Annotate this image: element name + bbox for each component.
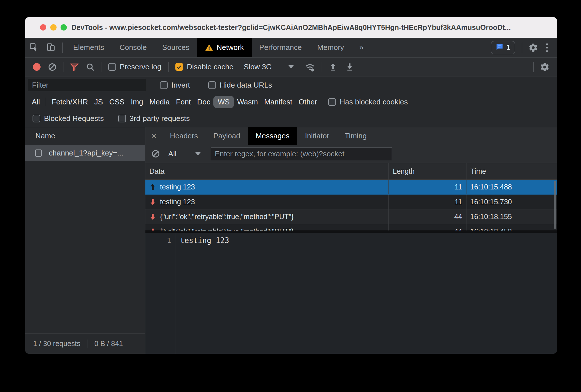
requests-count: 1 / 30 requests	[33, 340, 80, 348]
tab-memory[interactable]: Memory	[309, 38, 352, 57]
invert-checkbox[interactable]	[160, 81, 168, 89]
record-button[interactable]	[33, 63, 41, 71]
preserve-log-toggle[interactable]: Preserve log	[108, 62, 161, 71]
filter-chip-other[interactable]: Other	[295, 96, 320, 108]
invert-toggle[interactable]: Invert	[160, 81, 190, 90]
filter-chip-all[interactable]: All	[29, 96, 43, 108]
network-settings-gear-icon[interactable]	[536, 62, 553, 72]
disable-cache-checkbox[interactable]	[175, 63, 183, 71]
device-toolbar-icon	[46, 43, 55, 53]
filter-row: Invert Hide data URLs	[25, 76, 557, 94]
message-row[interactable]: {"url":"ok","retryable":true,"method":"P…	[145, 209, 557, 224]
messages-scrollbar[interactable]	[554, 181, 556, 229]
filter-input[interactable]	[28, 79, 146, 91]
issues-button[interactable]: 1	[491, 41, 515, 54]
tab-label: Performance	[259, 43, 302, 52]
col-header-time[interactable]: Time	[466, 163, 557, 179]
separator	[522, 43, 522, 53]
tab-network[interactable]: Network	[197, 38, 251, 57]
chevron-down-icon	[195, 152, 201, 155]
close-window-button[interactable]	[40, 24, 46, 31]
message-row[interactable]: testing 123 11 16:10:15.730	[145, 195, 557, 209]
disable-cache-label: Disable cache	[187, 62, 233, 71]
message-preview-content[interactable]: testing 123	[175, 233, 229, 354]
separator	[46, 98, 46, 106]
network-conditions-icon[interactable]	[301, 62, 319, 72]
tab-sources[interactable]: Sources	[155, 38, 197, 57]
tab-initiator[interactable]: Initiator	[297, 127, 337, 145]
blocked-requests-label: Blocked Requests	[44, 114, 104, 123]
toggle-device-toolbar-button[interactable]	[42, 38, 59, 57]
third-party-toggle[interactable]: 3rd-party requests	[118, 114, 190, 123]
request-row-selected[interactable]: channel_1?api_key=...	[25, 145, 145, 161]
message-row[interactable]: testing 123 11 16:10:15.488	[145, 180, 557, 195]
filter-chip-manifest[interactable]: Manifest	[261, 96, 295, 108]
tab-elements[interactable]: Elements	[65, 38, 112, 57]
hide-data-urls-checkbox[interactable]	[208, 81, 216, 89]
tab-console[interactable]: Console	[112, 38, 154, 57]
minimize-window-button[interactable]	[50, 24, 57, 31]
warning-icon	[205, 43, 213, 52]
kebab-menu-icon[interactable]	[542, 43, 552, 52]
message-preview-pane: 1 testing 123	[145, 233, 557, 354]
settings-gear-icon[interactable]	[525, 43, 542, 52]
import-har-icon[interactable]	[325, 62, 341, 72]
search-icon[interactable]	[82, 62, 98, 72]
separator	[62, 43, 63, 53]
filter-chip-fetchxhr[interactable]: Fetch/XHR	[49, 96, 91, 108]
inspect-element-button[interactable]	[25, 38, 42, 57]
tab-messages[interactable]: Messages	[248, 127, 297, 145]
tab-timing[interactable]: Timing	[337, 127, 374, 145]
horizontal-splitter[interactable]	[145, 231, 557, 233]
third-party-checkbox[interactable]	[118, 115, 126, 122]
preserve-log-checkbox[interactable]	[108, 63, 116, 71]
col-header-length[interactable]: Length	[388, 163, 466, 179]
col-header-data[interactable]: Data	[145, 163, 388, 179]
close-detail-button[interactable]: ×	[145, 127, 162, 145]
arrow-down-received-icon	[149, 228, 157, 231]
filter-chip-font[interactable]: Font	[173, 96, 194, 108]
throttling-dropdown[interactable]: Slow 3G	[244, 62, 293, 71]
filter-chip-doc[interactable]: Doc	[194, 96, 213, 108]
message-filter-dropdown[interactable]: All	[168, 149, 177, 158]
tab-label: Messages	[256, 132, 290, 140]
export-har-icon[interactable]	[341, 62, 358, 72]
filter-chip-media[interactable]: Media	[146, 96, 173, 108]
clear-network-log-icon[interactable]	[44, 62, 60, 72]
separator	[63, 62, 63, 72]
filter-chip-js[interactable]: JS	[91, 96, 106, 108]
filter-chip-ws[interactable]: WS	[213, 96, 234, 108]
message-row-clipped[interactable]: {"url":"ok","retryable":true,"method":"P…	[145, 224, 557, 231]
zoom-window-button[interactable]	[61, 24, 67, 31]
tab-payload[interactable]: Payload	[206, 127, 248, 145]
message-length: 44	[388, 224, 466, 231]
network-toolbar: Preserve log Disable cache Slow 3G	[25, 58, 557, 76]
message-time: 16:10:18.155	[466, 209, 557, 224]
tab-performance[interactable]: Performance	[252, 38, 310, 57]
tab-headers[interactable]: Headers	[162, 127, 206, 145]
has-blocked-cookies-checkbox[interactable]	[328, 98, 336, 106]
filter-funnel-icon[interactable]	[66, 62, 82, 72]
filter-chip-img[interactable]: Img	[128, 96, 146, 108]
arrow-up-sent-icon	[149, 183, 157, 191]
message-data: testing 123	[160, 198, 195, 206]
main-tabbar: Elements Console Sources Network Perform…	[25, 38, 557, 58]
message-data: {"url":"ok","retryable":true,"method":"P…	[160, 213, 294, 221]
disable-cache-toggle[interactable]: Disable cache	[175, 62, 233, 71]
has-blocked-cookies-toggle[interactable]: Has blocked cookies	[328, 98, 408, 106]
issues-chat-icon	[496, 43, 504, 52]
filter-chip-css[interactable]: CSS	[106, 96, 127, 108]
blocked-requests-checkbox[interactable]	[33, 115, 40, 122]
arrow-down-received-icon	[149, 213, 157, 221]
message-regex-input[interactable]	[211, 147, 392, 160]
blocked-requests-toggle[interactable]: Blocked Requests	[33, 114, 104, 123]
inspect-cursor-icon	[29, 43, 38, 53]
tab-label: Elements	[73, 43, 104, 52]
name-column-header[interactable]: Name	[25, 127, 145, 145]
message-data: testing 123	[160, 183, 195, 191]
hide-data-urls-toggle[interactable]: Hide data URLs	[208, 81, 272, 90]
more-tabs-button[interactable]: »	[352, 38, 371, 57]
filter-chip-wasm[interactable]: Wasm	[234, 96, 261, 108]
traffic-lights	[40, 24, 67, 31]
clear-messages-icon[interactable]	[150, 149, 161, 158]
